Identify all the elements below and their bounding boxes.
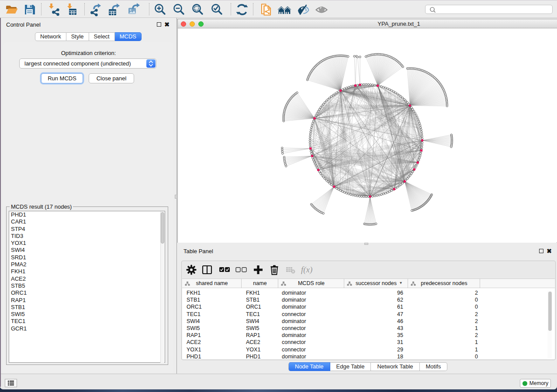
svg-text:f(x): f(x) xyxy=(301,265,312,275)
